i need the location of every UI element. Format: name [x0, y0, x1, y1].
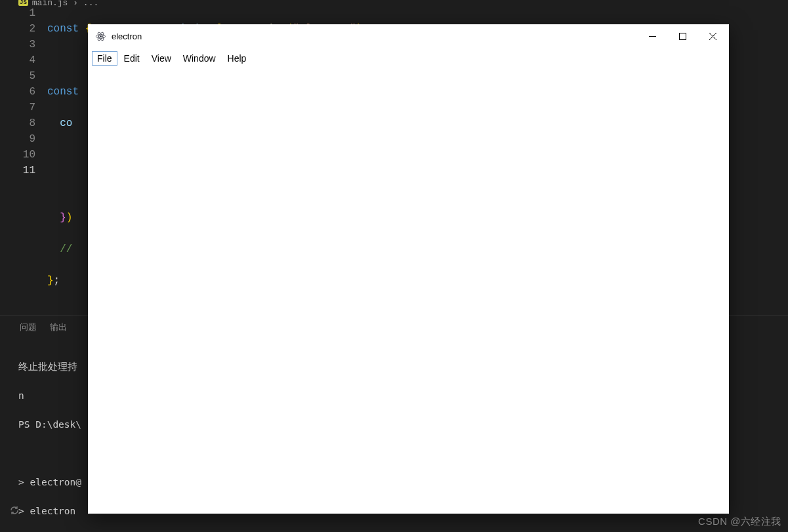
- line-number: 9: [0, 131, 35, 147]
- line-number: 5: [0, 68, 35, 84]
- menu-file[interactable]: File: [92, 51, 117, 66]
- electron-content-area[interactable]: [88, 69, 729, 514]
- electron-icon: [94, 30, 106, 42]
- line-number: 4: [0, 52, 35, 68]
- titlebar[interactable]: electron: [88, 24, 729, 48]
- line-number: 2: [0, 21, 35, 37]
- electron-app-window: electron File Edit View Window Help: [88, 24, 729, 514]
- line-number: 7: [0, 100, 35, 115]
- line-number: 10: [0, 147, 35, 163]
- close-button[interactable]: [697, 26, 728, 47]
- sync-icon[interactable]: [9, 505, 20, 519]
- svg-point-0: [100, 35, 102, 37]
- tab-output[interactable]: 输出: [50, 321, 67, 333]
- line-number: 6: [0, 84, 35, 100]
- line-number-current: 11: [0, 163, 35, 178]
- menu-help[interactable]: Help: [222, 51, 252, 66]
- window-title: electron: [112, 31, 142, 41]
- menu-view[interactable]: View: [146, 51, 176, 66]
- line-number: 3: [0, 37, 35, 52]
- line-number: 1: [0, 5, 35, 21]
- line-number: 8: [0, 115, 35, 131]
- menu-edit[interactable]: Edit: [119, 51, 145, 66]
- watermark: CSDN @六经注我: [698, 516, 781, 528]
- menu-window[interactable]: Window: [178, 51, 221, 66]
- minimize-button[interactable]: [637, 26, 667, 47]
- maximize-button[interactable]: [667, 26, 697, 47]
- svg-rect-5: [679, 33, 686, 39]
- tab-problems[interactable]: 问题: [20, 321, 37, 333]
- menubar: File Edit View Window Help: [88, 48, 729, 69]
- breadcrumb: JS main.js › ...: [0, 0, 788, 5]
- line-number-gutter: 1 2 3 4 5 6 7 8 9 10 11: [0, 5, 47, 307]
